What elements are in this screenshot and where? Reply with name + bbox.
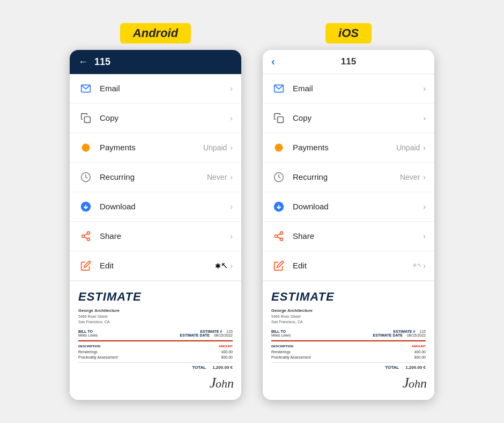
android-label: Android — [120, 23, 191, 43]
ios-recurring-label: Recurring — [293, 172, 400, 181]
ios-header: ‹ 115 — [263, 50, 434, 74]
android-download-chevron: › — [230, 202, 233, 211]
android-edit-chevron: › — [230, 261, 233, 270]
svg-point-16 — [280, 238, 283, 240]
ios-email-chevron: › — [423, 84, 426, 93]
ios-invoice-company: George Architecture — [271, 308, 426, 313]
ios-recurring-icon — [271, 170, 286, 185]
ios-menu-item-payments[interactable]: Payments Unpaid › — [263, 133, 434, 163]
ios-copy-chevron: › — [423, 114, 426, 122]
android-header: ← 115 — [70, 50, 241, 74]
ios-menu-item-email[interactable]: Email › — [263, 74, 434, 104]
ios-phone-frame: ‹ 115 Email › — [263, 50, 434, 400]
android-menu-item-payments[interactable]: Payments Unpaid › — [70, 133, 241, 163]
ios-copy-icon — [271, 111, 286, 126]
ios-invoice-signature: John — [271, 374, 426, 391]
ios-share-icon — [271, 229, 286, 244]
android-recurring-label: Recurring — [100, 172, 207, 181]
android-download-label: Download — [100, 202, 230, 211]
android-email-label: Email — [100, 84, 230, 93]
android-invoice-row-1: Renderings 400.00 — [78, 350, 233, 354]
ios-payments-label: Payments — [293, 143, 396, 152]
ios-payments-chevron: › — [423, 143, 426, 152]
ios-invoice-preview: ESTIMATE George Architecture 5466 River … — [263, 281, 434, 400]
android-payments-value: Unpaid — [203, 143, 227, 152]
ios-invoice-row-2: Practicality Assessment 800.00 — [271, 355, 426, 359]
android-back-button[interactable]: ← — [78, 56, 88, 68]
svg-point-11 — [275, 143, 283, 151]
ios-menu-item-share[interactable]: Share › — [263, 222, 434, 251]
ios-menu-item-download[interactable]: Download › — [263, 192, 434, 222]
svg-line-7 — [84, 237, 87, 238]
ios-edit-chevron: › — [423, 261, 426, 270]
main-container: Android ← 115 Email › — [59, 12, 445, 411]
ios-download-chevron: › — [423, 202, 426, 211]
svg-point-15 — [275, 235, 278, 237]
ios-cursor-indicator: ✳↖ — [412, 262, 422, 269]
svg-point-4 — [87, 231, 90, 234]
download-icon — [78, 199, 93, 214]
recurring-icon — [78, 170, 93, 185]
ios-invoice-table-header: DESCRIPTION AMOUNT — [271, 345, 426, 348]
ios-menu-item-edit[interactable]: Edit ✳↖ › — [263, 251, 434, 281]
android-invoice-address: 5466 River Street San Francisco, CA — [78, 314, 233, 325]
android-menu-item-recurring[interactable]: Recurring Never › — [70, 163, 241, 192]
android-recurring-chevron: › — [230, 173, 233, 181]
ios-label: iOS — [325, 23, 372, 43]
svg-line-8 — [84, 234, 87, 235]
ios-invoice-address: 5466 River Street San Francisco, CA — [271, 314, 426, 325]
svg-point-14 — [280, 231, 283, 234]
android-section: Android ← 115 Email › — [70, 23, 241, 400]
ios-recurring-value: Never — [400, 173, 420, 181]
android-invoice-row-2: Practicality Assessment 800.00 — [78, 355, 233, 359]
email-icon — [78, 81, 93, 96]
android-invoice-total: TOTAL 1,200.00 € — [78, 362, 233, 370]
android-menu-list: Email › Copy › — [70, 74, 241, 281]
ios-invoice-total: TOTAL 1,200.00 € — [271, 362, 426, 370]
ios-invoice-row-1: Renderings 400.00 — [271, 350, 426, 354]
ios-share-chevron: › — [423, 232, 426, 240]
edit-icon — [78, 258, 93, 273]
ios-download-label: Download — [293, 202, 423, 211]
ios-back-button[interactable]: ‹ — [271, 55, 275, 68]
ios-payment-icon — [271, 140, 286, 155]
ios-menu-item-recurring[interactable]: Recurring Never › — [263, 163, 434, 192]
android-copy-label: Copy — [100, 113, 230, 122]
svg-point-2 — [82, 143, 90, 151]
payment-icon — [78, 140, 93, 155]
android-menu-item-edit[interactable]: Edit ✱↖ › — [70, 251, 241, 281]
ios-edit-icon — [271, 258, 286, 273]
android-phone-frame: ← 115 Email › — [70, 50, 241, 400]
ios-header-title: 115 — [341, 56, 356, 67]
ios-download-icon — [271, 199, 286, 214]
android-menu-item-share[interactable]: Share › — [70, 222, 241, 251]
android-invoice-preview: ESTIMATE George Architecture 5466 River … — [70, 281, 241, 400]
ios-payments-value: Unpaid — [396, 143, 420, 152]
android-invoice-bill-row: BILL TO Miles Lewis ESTIMATE # 115 ESTIM… — [78, 330, 233, 337]
android-cursor-indicator: ✱↖ — [215, 260, 228, 271]
svg-line-17 — [277, 237, 280, 238]
ios-menu-item-copy[interactable]: Copy › — [263, 104, 434, 133]
ios-invoice-title: ESTIMATE — [271, 290, 426, 304]
android-payments-chevron: › — [230, 143, 233, 152]
ios-invoice-bill-row: BILL TO Miles Lewis ESTIMATE # 115 ESTIM… — [271, 330, 426, 337]
svg-point-5 — [82, 235, 85, 237]
android-payments-label: Payments — [100, 143, 203, 152]
svg-point-6 — [87, 238, 90, 240]
ios-section: iOS ‹ 115 Email › — [263, 23, 434, 400]
android-menu-item-download[interactable]: Download › — [70, 192, 241, 222]
android-edit-label: Edit — [100, 261, 218, 270]
android-copy-chevron: › — [230, 114, 233, 122]
android-email-chevron: › — [230, 84, 233, 93]
ios-recurring-chevron: › — [423, 173, 426, 181]
android-header-title: 115 — [94, 56, 110, 68]
android-invoice-signature: John — [78, 374, 233, 391]
android-menu-item-copy[interactable]: Copy › — [70, 104, 241, 133]
ios-copy-label: Copy — [293, 113, 423, 122]
android-invoice-title: ESTIMATE — [78, 290, 233, 304]
android-menu-item-email[interactable]: Email › — [70, 74, 241, 104]
ios-share-label: Share — [293, 231, 423, 240]
ios-email-icon — [271, 81, 286, 96]
copy-icon — [78, 111, 93, 126]
android-share-chevron: › — [230, 232, 233, 240]
